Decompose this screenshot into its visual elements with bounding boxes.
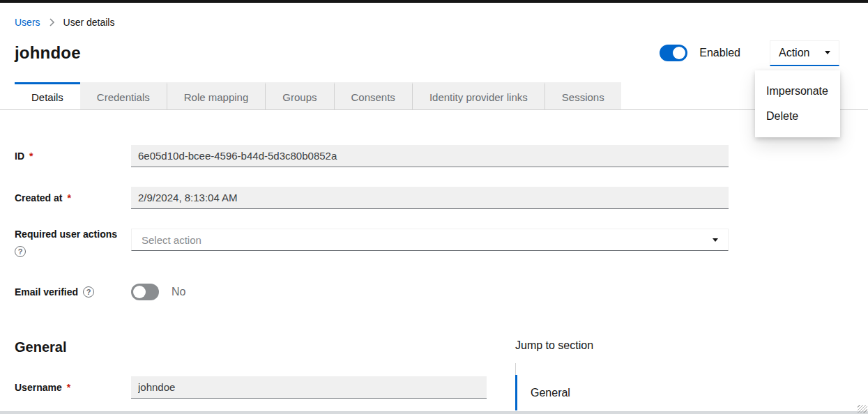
top-window-bar <box>0 0 868 3</box>
menu-item-impersonate[interactable]: Impersonate <box>755 79 840 104</box>
required-user-actions-label-stack: Required user actions ? <box>15 229 131 257</box>
help-icon[interactable]: ? <box>83 286 94 298</box>
required-user-actions-row: Required user actions ? Select action <box>15 229 868 257</box>
created-at-input[interactable] <box>131 187 729 209</box>
username-input[interactable] <box>131 376 487 399</box>
id-field-wrap <box>131 145 729 167</box>
required-user-actions-label-text: Required user actions <box>15 229 117 240</box>
jump-to-section-panel: Jump to section General <box>515 339 598 416</box>
required-user-actions-field-wrap: Select action <box>131 229 729 251</box>
id-label: ID * <box>15 151 131 162</box>
page-header: johndoe Enabled Action Impersonate Delet… <box>15 39 868 67</box>
window-bottom-edge <box>0 411 868 414</box>
username-field-wrap <box>131 376 487 399</box>
required-indicator: * <box>67 192 70 203</box>
username-label: Username * <box>15 382 131 393</box>
id-input[interactable] <box>131 145 729 167</box>
breadcrumb-users-link[interactable]: Users <box>15 17 40 28</box>
tab-consents[interactable]: Consents <box>334 82 412 109</box>
username-label-text: Username <box>15 382 62 393</box>
email-verified-label-text: Email verified <box>15 286 78 298</box>
tab-credentials[interactable]: Credentials <box>80 82 167 109</box>
id-label-text: ID <box>15 151 24 162</box>
tab-details[interactable]: Details <box>15 82 80 109</box>
created-at-label: Created at * <box>15 192 131 203</box>
user-details-page: Users User details johndoe Enabled Actio… <box>0 17 868 416</box>
toggle-knob <box>673 47 685 59</box>
jump-link-general[interactable]: General <box>515 375 598 410</box>
action-dropdown-button[interactable]: Action <box>770 40 839 66</box>
email-verified-row: Email verified ? No <box>15 284 868 300</box>
menu-item-delete[interactable]: Delete <box>755 104 840 129</box>
jump-links-list: General <box>515 363 598 410</box>
page-title: johndoe <box>15 43 81 63</box>
tab-sessions[interactable]: Sessions <box>545 82 621 109</box>
select-placeholder: Select action <box>142 234 201 246</box>
required-user-actions-label: Required user actions <box>15 229 131 240</box>
toggle-knob <box>133 286 146 298</box>
user-tabs: Details Credentials Role mapping Groups … <box>0 82 868 110</box>
created-at-label-text: Created at <box>15 192 62 203</box>
email-verified-control: No <box>131 284 185 300</box>
email-verified-toggle[interactable] <box>131 284 159 300</box>
created-at-field-row: Created at * <box>15 187 868 209</box>
email-verified-label: Email verified ? <box>15 286 131 298</box>
action-dropdown: Action Impersonate Delete <box>770 40 839 66</box>
created-at-field-wrap <box>131 187 729 209</box>
jump-to-section-heading: Jump to section <box>515 339 598 352</box>
chevron-right-icon <box>49 18 55 26</box>
action-dropdown-label: Action <box>779 47 809 59</box>
breadcrumb: Users User details <box>15 17 868 28</box>
chevron-down-icon <box>825 51 830 54</box>
header-actions: Enabled Action Impersonate Delete <box>660 40 839 66</box>
details-form: ID * Created at * Required user actions … <box>15 145 868 300</box>
window-resize-handle[interactable] <box>858 405 867 413</box>
username-field-row: Username * <box>15 376 515 399</box>
general-form: General Username * <box>15 339 515 416</box>
action-dropdown-menu: Impersonate Delete <box>755 70 840 137</box>
tab-groups[interactable]: Groups <box>265 82 333 109</box>
enabled-toggle[interactable] <box>660 45 687 61</box>
general-section-heading: General <box>15 339 515 355</box>
general-section: General Username * Jump to section Gener… <box>15 339 868 416</box>
chevron-down-icon <box>713 238 718 242</box>
required-user-actions-select[interactable]: Select action <box>131 229 729 251</box>
enabled-toggle-label: Enabled <box>699 47 740 59</box>
help-icon[interactable]: ? <box>15 246 26 257</box>
required-indicator: * <box>67 382 70 393</box>
breadcrumb-current-page: User details <box>63 17 115 28</box>
id-field-row: ID * <box>15 145 868 167</box>
required-indicator: * <box>29 151 33 162</box>
tab-identity-provider-links[interactable]: Identity provider links <box>412 82 545 109</box>
email-verified-value: No <box>172 286 185 298</box>
tab-role-mapping[interactable]: Role mapping <box>167 82 266 109</box>
